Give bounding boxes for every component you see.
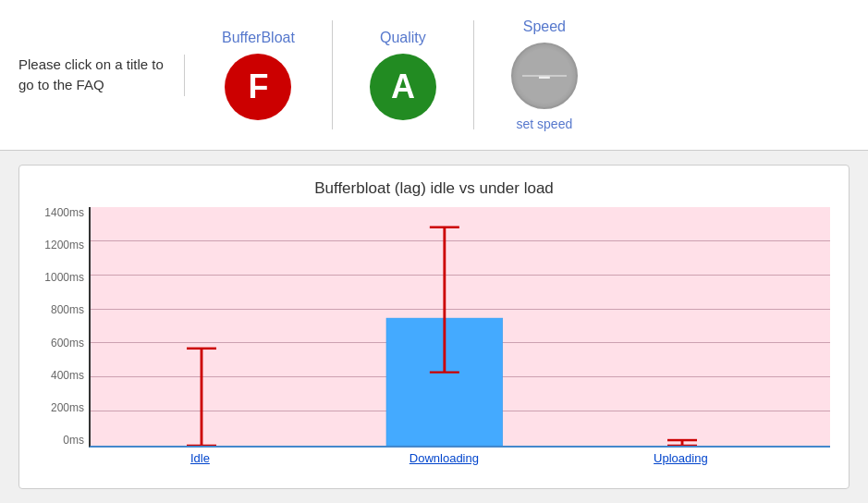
speed-grade: – — [511, 43, 578, 109]
uploading-link[interactable]: Uploading — [654, 451, 708, 465]
chart-svg — [91, 207, 830, 446]
quality-grade: A — [370, 54, 436, 120]
x-label-uploading[interactable]: Uploading — [654, 451, 708, 465]
x-label-downloading[interactable]: Downloading — [410, 451, 479, 465]
chart-section: Bufferbloat (lag) idle vs under load 0ms… — [18, 165, 850, 489]
y-label-1200ms: 1200ms — [38, 239, 84, 251]
speed-title[interactable]: Speed — [523, 18, 566, 35]
bufferbloat-title[interactable]: BufferBloat — [222, 30, 295, 46]
y-label-1400ms: 1400ms — [38, 207, 84, 218]
downloading-link[interactable]: Downloading — [410, 451, 479, 465]
y-label-0ms: 0ms — [38, 435, 84, 446]
bufferbloat-grade: F — [225, 54, 291, 120]
y-axis: 0ms 200ms 400ms 600ms 800ms 1000ms 1200m… — [38, 207, 89, 448]
metric-group: BufferBloat F Quality A Speed – set spee… — [185, 9, 615, 141]
idle-link[interactable]: Idle — [190, 451, 210, 465]
set-speed-link[interactable]: set speed — [517, 117, 573, 131]
quality-title[interactable]: Quality — [380, 30, 426, 46]
metric-speed: Speed – set speed — [474, 9, 615, 141]
y-label-200ms: 200ms — [38, 402, 84, 413]
y-label-600ms: 600ms — [38, 337, 84, 349]
y-label-1000ms: 1000ms — [38, 272, 84, 283]
x-label-idle[interactable]: Idle — [190, 451, 210, 465]
y-label-400ms: 400ms — [38, 370, 84, 381]
y-label-800ms: 800ms — [38, 304, 84, 315]
chart-area — [89, 207, 830, 448]
metric-bufferbloat: BufferBloat F — [185, 20, 333, 129]
chart-title: Bufferbloat (lag) idle vs under load — [38, 179, 830, 198]
faq-text: Please click on a title to go to the FAQ — [18, 55, 185, 96]
metric-quality: Quality A — [333, 20, 474, 129]
top-section: Please click on a title to go to the FAQ… — [0, 0, 868, 151]
chart-container: 0ms 200ms 400ms 600ms 800ms 1000ms 1200m… — [38, 207, 830, 448]
